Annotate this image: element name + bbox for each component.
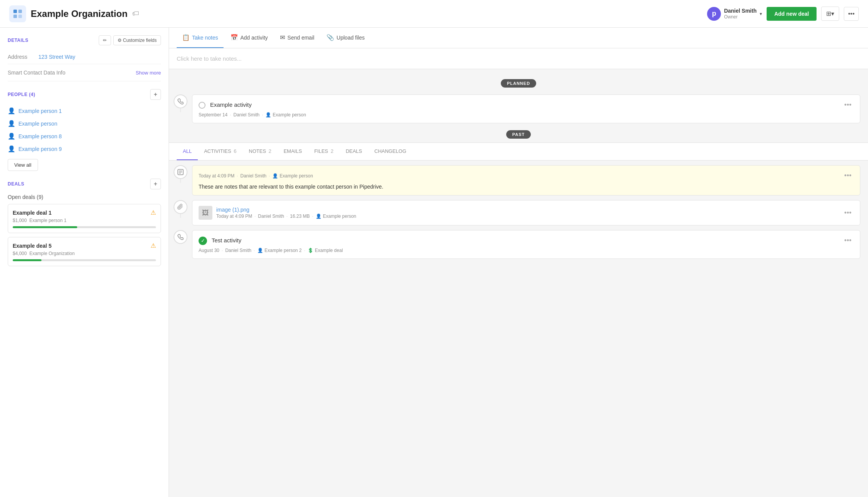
past-badge: PAST bbox=[506, 130, 531, 139]
tab-deals[interactable]: DEALS bbox=[340, 143, 368, 160]
edit-button[interactable]: ✏ bbox=[99, 35, 111, 45]
user-section: p Daniel Smith Owner ▾ bbox=[707, 7, 762, 21]
notes-icon: 📋 bbox=[182, 34, 190, 41]
tab-emails[interactable]: EMAILS bbox=[277, 143, 308, 160]
tab-notes[interactable]: NOTES 2 bbox=[243, 143, 278, 160]
deal-card[interactable]: Example deal 5 ⚠ $4,000 Example Organiza… bbox=[8, 237, 161, 266]
address-value[interactable]: 123 Street Way bbox=[38, 54, 75, 60]
deal-name: Example deal 1 bbox=[13, 210, 51, 216]
view-all-button[interactable]: View all bbox=[8, 159, 38, 171]
tab-activities[interactable]: ACTIVITIES 6 bbox=[198, 143, 243, 160]
file-person-meta: 👤 Example person bbox=[316, 214, 356, 219]
user-chevron-btn[interactable]: ▾ bbox=[760, 11, 762, 17]
user-info: Daniel Smith Owner bbox=[724, 7, 757, 20]
past-activity-header: ✓ Test activity ••• bbox=[199, 236, 854, 245]
add-deal-sidebar-button[interactable]: + bbox=[150, 179, 161, 189]
deal-card[interactable]: Example deal 1 ⚠ $1,000 Example person 1 bbox=[8, 204, 161, 233]
file-name[interactable]: image (1).png bbox=[216, 207, 356, 213]
deal-warning-icon: ⚠ bbox=[151, 209, 156, 216]
file-user: Daniel Smith bbox=[258, 214, 284, 219]
phone-past-icon bbox=[174, 230, 187, 244]
note-row: Today at 4:09 PM · Daniel Smith · 👤 Exam… bbox=[169, 161, 868, 195]
person-icon: 👤 bbox=[272, 173, 278, 179]
file-thumb: 🖼 bbox=[199, 206, 212, 220]
file-person: Example person bbox=[323, 214, 356, 219]
list-item: 👤 Example person 8 bbox=[8, 130, 161, 142]
deal-progress-fill bbox=[13, 259, 41, 261]
org-title: Example Organization bbox=[31, 8, 128, 19]
timeline-line bbox=[180, 214, 181, 218]
past-activity-deal-meta: 💲 Example deal bbox=[308, 248, 343, 253]
tab-all[interactable]: ALL bbox=[177, 143, 198, 160]
top-header: Example Organization 🏷 p Daniel Smith Ow… bbox=[0, 0, 868, 28]
deal-progress-bar bbox=[13, 226, 156, 228]
file-meta: Today at 4:09 PM · Daniel Smith · 16.23 … bbox=[216, 214, 356, 219]
upload-files-button[interactable]: 📎 Upload files bbox=[321, 28, 370, 48]
file-info: 🖼 image (1).png Today at 4:09 PM · Danie… bbox=[199, 206, 356, 220]
past-activity-title-row: ✓ Test activity bbox=[199, 237, 241, 245]
person-link[interactable]: Example person 9 bbox=[18, 146, 62, 152]
svg-rect-1 bbox=[18, 10, 22, 13]
activity-title-row: Example activity bbox=[199, 101, 252, 109]
people-section: PEOPLE (4) + 👤 Example person 1 👤 Exampl… bbox=[8, 89, 161, 171]
note-text: These are notes that are relevant to thi… bbox=[199, 184, 854, 190]
past-activity-user: Daniel Smith bbox=[225, 248, 251, 253]
notes-placeholder[interactable]: Click here to take notes... bbox=[177, 55, 242, 62]
activity-more-button[interactable]: ••• bbox=[842, 100, 854, 110]
notes-area[interactable]: Click here to take notes... bbox=[169, 48, 868, 69]
list-item: 👤 Example person bbox=[8, 117, 161, 130]
details-actions: ✏ ⚙ Customize fields bbox=[99, 35, 161, 45]
notes-count: 2 bbox=[268, 148, 271, 154]
past-feed-meta: August 30 · Daniel Smith · 👤 Example per… bbox=[199, 248, 854, 253]
feed-meta: September 14 · Daniel Smith · 👤 Example … bbox=[199, 112, 854, 118]
deals-section: DEALS + Open deals (9) Example deal 1 ⚠ … bbox=[8, 179, 161, 266]
svg-rect-2 bbox=[13, 15, 17, 18]
timeline-line bbox=[180, 108, 181, 112]
deal-sub: $1,000 Example person 1 bbox=[13, 218, 156, 223]
past-activity-card: ✓ Test activity ••• August 30 · Daniel S… bbox=[192, 230, 860, 259]
note-person-meta: 👤 Example person bbox=[272, 173, 313, 179]
tab-files[interactable]: FILES 2 bbox=[308, 143, 340, 160]
people-title: PEOPLE (4) bbox=[8, 92, 35, 97]
show-more-link[interactable]: Show more bbox=[136, 70, 161, 76]
open-deals-label: Open deals (9) bbox=[8, 194, 161, 200]
activities-count: 6 bbox=[234, 148, 237, 154]
list-item: 👤 Example person 9 bbox=[8, 142, 161, 155]
svg-rect-3 bbox=[18, 15, 22, 18]
take-notes-button[interactable]: 📋 Take notes bbox=[177, 28, 224, 48]
past-activity-more-button[interactable]: ••• bbox=[842, 236, 854, 245]
activity-checked[interactable]: ✓ bbox=[199, 237, 207, 245]
activity-feed: PLANNED Example activity bbox=[169, 69, 868, 265]
person-icon: 👤 bbox=[8, 120, 15, 127]
add-person-button[interactable]: + bbox=[150, 89, 161, 100]
activity-unchecked[interactable] bbox=[199, 102, 205, 109]
past-activity-title: Test activity bbox=[212, 237, 242, 243]
person-link[interactable]: Example person 1 bbox=[18, 108, 62, 114]
file-more-button[interactable]: ••• bbox=[842, 208, 854, 218]
person-link[interactable]: Example person bbox=[18, 121, 57, 127]
note-person: Example person bbox=[280, 173, 313, 179]
send-email-button[interactable]: ✉ Send email bbox=[275, 28, 320, 48]
planned-badge-row: PLANNED bbox=[169, 79, 868, 88]
list-item: 👤 Example person 1 bbox=[8, 104, 161, 117]
feed-card-header: Example activity ••• bbox=[199, 100, 854, 110]
deal-progress-fill bbox=[13, 226, 77, 228]
timeline-col bbox=[169, 165, 192, 183]
add-deal-button[interactable]: Add new deal bbox=[767, 7, 817, 21]
more-options-button[interactable]: ••• bbox=[844, 7, 859, 21]
grid-view-button[interactable]: ⊞▾ bbox=[821, 7, 839, 21]
past-activity-person2-meta: 👤 Example person 2 bbox=[257, 248, 302, 253]
activity-date: September 14 bbox=[199, 112, 227, 118]
user-avatar: p bbox=[707, 7, 721, 21]
past-activity-date: August 30 bbox=[199, 248, 219, 253]
person-icon: 👤 bbox=[8, 107, 15, 114]
person-link[interactable]: Example person 8 bbox=[18, 133, 62, 139]
past-activity-row: ✓ Test activity ••• August 30 · Daniel S… bbox=[169, 225, 868, 259]
file-row: 🖼 image (1).png Today at 4:09 PM · Danie… bbox=[169, 195, 868, 225]
note-timestamp: Today at 4:09 PM bbox=[199, 173, 234, 179]
tag-icon[interactable]: 🏷 bbox=[132, 10, 139, 18]
note-more-button[interactable]: ••• bbox=[842, 171, 854, 181]
customize-fields-button[interactable]: ⚙ Customize fields bbox=[113, 35, 161, 45]
tab-changelog[interactable]: CHANGELOG bbox=[368, 143, 412, 160]
add-activity-button[interactable]: 📅 Add activity bbox=[225, 28, 273, 48]
